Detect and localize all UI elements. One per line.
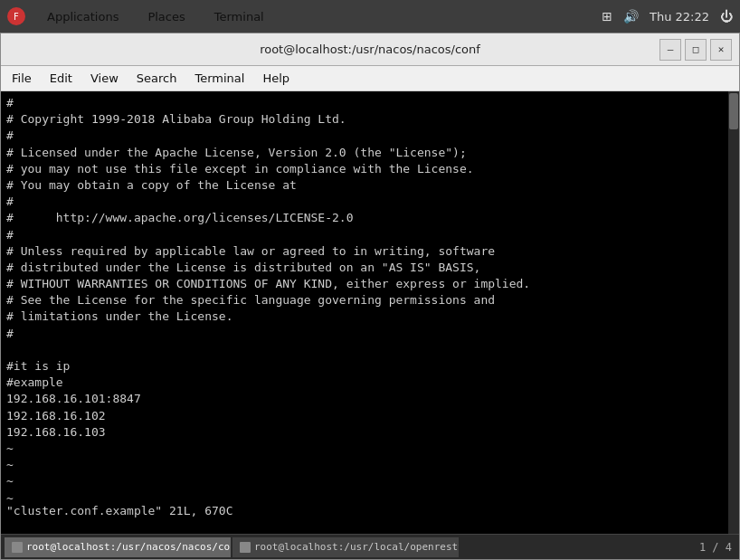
menu-edit[interactable]: Edit xyxy=(43,70,80,87)
menu-search[interactable]: Search xyxy=(129,70,185,87)
volume-icon: 🔊 xyxy=(623,9,639,24)
menu-help[interactable]: Help xyxy=(255,70,297,87)
fedora-logo: F xyxy=(7,7,25,25)
places-menu[interactable]: Places xyxy=(140,8,192,25)
status-line: "cluster.conf.example" 21L, 670C xyxy=(6,504,726,517)
logo-text: F xyxy=(14,12,19,22)
terminal-content[interactable]: # # Copyright 1999-2018 Alibaba Group Ho… xyxy=(1,91,739,534)
tab-bar: root@localhost:/usr/nacos/nacos/co...roo… xyxy=(1,534,739,559)
menu-terminal[interactable]: Terminal xyxy=(187,70,251,87)
maximize-button[interactable]: □ xyxy=(685,39,707,61)
tab-1[interactable]: root@localhost:/usr/local/openresty... xyxy=(232,537,459,557)
system-bar-right: ⊞ 🔊 Thu 22:22 ⏻ xyxy=(602,9,733,24)
close-button[interactable]: ✕ xyxy=(710,39,732,61)
title-bar: root@localhost:/usr/nacos/nacos/conf — □… xyxy=(1,33,739,66)
network-icon: ⊞ xyxy=(602,9,612,24)
menu-bar: File Edit View Search Terminal Help xyxy=(1,66,739,91)
terminal-menu[interactable]: Terminal xyxy=(207,8,271,25)
system-bar-left: F Applications Places Terminal xyxy=(7,7,271,25)
terminal-window: root@localhost:/usr/nacos/nacos/conf — □… xyxy=(0,33,740,560)
tab-label-1: root@localhost:/usr/local/openresty... xyxy=(254,541,459,553)
tab-label-0: root@localhost:/usr/nacos/nacos/co... xyxy=(26,541,231,553)
tab-icon-1 xyxy=(240,542,251,553)
system-bar: F Applications Places Terminal ⊞ 🔊 Thu 2… xyxy=(0,0,740,33)
clock: Thu 22:22 xyxy=(650,10,709,24)
scrollbar[interactable] xyxy=(728,91,739,534)
applications-menu[interactable]: Applications xyxy=(40,8,126,25)
scrollbar-thumb[interactable] xyxy=(729,93,738,129)
window-title: root@localhost:/usr/nacos/nacos/conf xyxy=(260,43,480,56)
tab-icon-0 xyxy=(12,542,23,553)
menu-file[interactable]: File xyxy=(5,70,39,87)
minimize-button[interactable]: — xyxy=(659,39,681,61)
window-controls: — □ ✕ xyxy=(659,39,732,61)
tab-position: 1 / 4 xyxy=(699,541,735,554)
power-icon[interactable]: ⏻ xyxy=(720,9,733,24)
menu-view[interactable]: View xyxy=(83,70,126,87)
terminal-text: # # Copyright 1999-2018 Alibaba Group Ho… xyxy=(6,95,734,530)
tab-0[interactable]: root@localhost:/usr/nacos/nacos/co... xyxy=(5,537,231,557)
